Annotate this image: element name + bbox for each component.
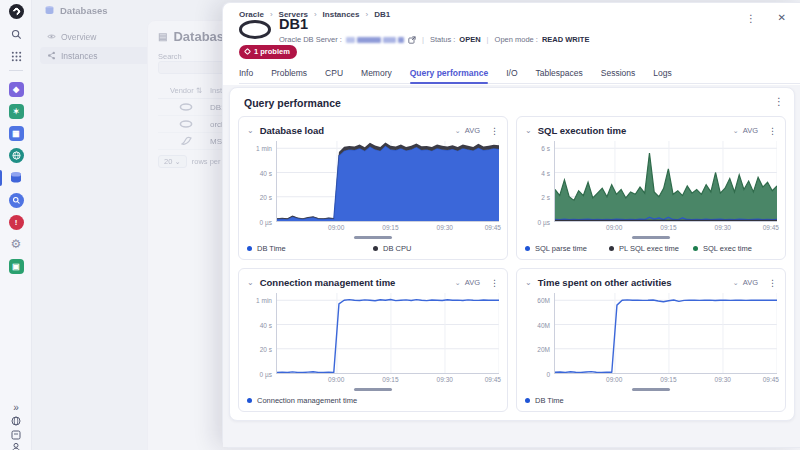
chart-connection-management-time: ⌄ Connection management time ⌄ AVG ⋮ 0 µ… xyxy=(238,268,508,412)
chart-kebab-icon[interactable]: ⋮ xyxy=(490,278,499,288)
legend-item[interactable]: PL SQL exec time xyxy=(609,244,693,253)
plot-area[interactable] xyxy=(554,141,777,222)
external-link-icon[interactable] xyxy=(408,36,416,44)
breadcrumb-item-db1[interactable]: DB1 xyxy=(374,10,390,19)
time-scrollbar[interactable] xyxy=(632,236,670,239)
close-icon[interactable]: ✕ xyxy=(778,12,786,23)
breadcrumb-separator: › xyxy=(366,10,369,19)
app-rail: ◆ ✶ ▦ ! ⚙ ▣ » xyxy=(0,0,32,450)
legend-item[interactable]: SQL parse time xyxy=(525,244,609,253)
chart-title: SQL execution time xyxy=(538,125,733,136)
search-icon[interactable] xyxy=(7,25,25,43)
problems-app-icon[interactable]: ! xyxy=(7,213,25,231)
collapse-chevron-icon[interactable]: ⌄ xyxy=(247,278,254,287)
redacted-server-name xyxy=(346,37,404,43)
y-tick-label: 0 µs xyxy=(538,219,550,226)
legend-dot-icon xyxy=(609,246,614,251)
chart-kebab-icon[interactable]: ⋮ xyxy=(490,126,499,136)
breadcrumb-item-instances[interactable]: Instances xyxy=(323,10,360,19)
agg-chevron-icon[interactable]: ⌄ xyxy=(733,127,739,135)
time-scrollbar[interactable] xyxy=(354,388,392,391)
agg-selector[interactable]: AVG xyxy=(743,126,758,135)
agg-chevron-icon[interactable]: ⌄ xyxy=(455,127,461,135)
security-app-icon[interactable]: ▣ xyxy=(7,257,25,275)
chart-time-spent-other-activities: ⌄ Time spent on other activities ⌄ AVG ⋮… xyxy=(516,268,786,412)
chart-legend: Connection management time xyxy=(247,393,499,407)
collapse-chevron-icon[interactable]: ⌄ xyxy=(247,126,254,135)
x-tick-label: 09:45 xyxy=(485,376,501,383)
databases-app-icon[interactable] xyxy=(7,169,25,187)
y-tick-label: 40 s xyxy=(260,169,272,176)
legend-dot-icon xyxy=(525,246,530,251)
tab-i-o[interactable]: I/O xyxy=(506,63,517,83)
user-profile-icon[interactable] xyxy=(7,438,25,450)
time-scrollbar[interactable] xyxy=(354,236,392,239)
tab-info[interactable]: Info xyxy=(239,63,253,83)
oracle-vendor-icon xyxy=(179,103,193,111)
x-tick-label: 09:15 xyxy=(382,224,398,231)
y-tick-label: 20 s xyxy=(260,346,272,353)
kubernetes-app-icon[interactable]: ✶ xyxy=(7,102,25,120)
globe-app-icon[interactable] xyxy=(7,146,25,164)
problem-badge[interactable]: 1 problem xyxy=(239,45,297,59)
y-tick-label: 0 xyxy=(546,371,550,378)
bg-search-label: Search xyxy=(158,52,182,61)
legend-item[interactable]: DB CPU xyxy=(373,244,499,253)
agg-chevron-icon[interactable]: ⌄ xyxy=(733,279,739,287)
services-app-icon[interactable]: ▦ xyxy=(7,124,25,142)
bg-app-title: Databases xyxy=(44,5,108,16)
legend-item[interactable]: DB Time xyxy=(525,396,777,405)
settings-gear-icon[interactable]: ⚙ xyxy=(7,235,25,253)
x-tick-label: 09:45 xyxy=(763,376,779,383)
rows-per-page-select[interactable]: 20 ⌄ xyxy=(158,155,187,168)
y-tick-label: 2 s xyxy=(541,194,550,201)
section-kebab-icon[interactable]: ⋮ xyxy=(774,96,784,107)
agg-selector[interactable]: AVG xyxy=(465,278,480,287)
bg-nav-instances[interactable]: Instances xyxy=(40,47,158,64)
tab-problems[interactable]: Problems xyxy=(271,63,307,83)
time-scrollbar[interactable] xyxy=(632,388,670,391)
x-tick-label: 09:00 xyxy=(328,224,344,231)
plot-area[interactable] xyxy=(276,141,499,222)
tab-tablespaces[interactable]: Tablespaces xyxy=(536,63,583,83)
agg-selector[interactable]: AVG xyxy=(743,278,758,287)
collapse-chevron-icon[interactable]: ⌄ xyxy=(525,126,532,135)
instance-meta: Oracle DB Server : | Status :OPEN | Open… xyxy=(279,35,589,44)
y-tick-label: 20M xyxy=(537,346,550,353)
tracing-app-icon[interactable] xyxy=(7,191,25,209)
legend-item[interactable]: SQL exec time xyxy=(693,244,777,253)
agg-selector[interactable]: AVG xyxy=(465,126,480,135)
legend-item[interactable]: DB Time xyxy=(247,244,373,253)
legend-item[interactable]: Connection management time xyxy=(247,396,499,405)
page-title: DB1 xyxy=(279,16,308,32)
apps-grid-icon[interactable] xyxy=(7,47,25,65)
bg-pagination: 20 ⌄ rows per pa xyxy=(158,155,231,168)
chart-title: Connection management time xyxy=(260,277,455,288)
tab-memory[interactable]: Memory xyxy=(361,63,392,83)
dynatrace-logo-icon[interactable] xyxy=(7,2,25,20)
chart-kebab-icon[interactable]: ⋮ xyxy=(768,278,777,288)
sort-icon: ⇅ xyxy=(196,86,202,95)
x-tick-label: 09:30 xyxy=(437,376,453,383)
legend-dot-icon xyxy=(525,398,530,403)
y-tick-label: 6 s xyxy=(541,145,550,152)
panel-kebab-icon[interactable]: ⋮ xyxy=(746,13,756,24)
x-tick-label: 09:15 xyxy=(660,376,676,383)
y-tick-label: 20 s xyxy=(260,194,272,201)
tab-query-performance[interactable]: Query performance xyxy=(410,63,488,83)
agg-chevron-icon[interactable]: ⌄ xyxy=(455,279,461,287)
bg-nav-overview[interactable]: Overview xyxy=(40,28,158,45)
breadcrumb-item-oracle[interactable]: Oracle xyxy=(239,10,264,19)
tab-logs[interactable]: Logs xyxy=(653,63,671,83)
chart-legend: SQL parse timePL SQL exec timeSQL exec t… xyxy=(525,241,777,255)
tab-cpu[interactable]: CPU xyxy=(325,63,343,83)
tab-sessions[interactable]: Sessions xyxy=(601,63,636,83)
y-tick-label: 60M xyxy=(537,297,550,304)
rail-divider xyxy=(9,70,23,71)
collapse-chevron-icon[interactable]: ⌄ xyxy=(525,278,532,287)
cube-app-icon[interactable]: ◆ xyxy=(7,80,25,98)
chart-kebab-icon[interactable]: ⋮ xyxy=(768,126,777,136)
plot-area[interactable] xyxy=(276,293,499,374)
plot-area[interactable] xyxy=(554,293,777,374)
chart-sql-execution-time: ⌄ SQL execution time ⌄ AVG ⋮ 0 µs2 s4 s6… xyxy=(516,116,786,260)
